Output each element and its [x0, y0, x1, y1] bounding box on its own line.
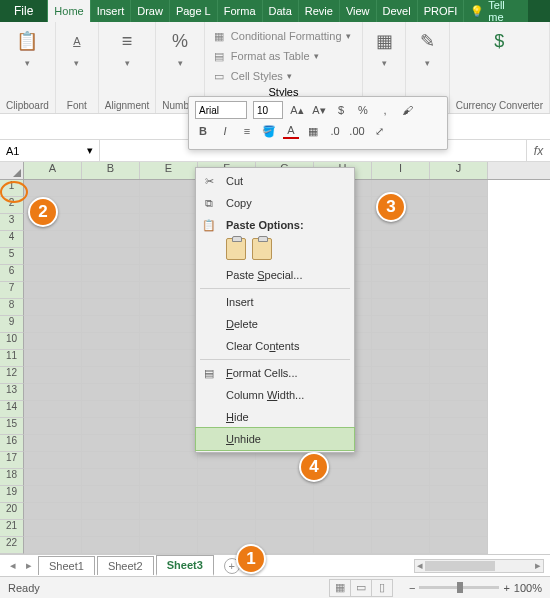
- cell[interactable]: [372, 503, 430, 520]
- cell[interactable]: [430, 418, 488, 435]
- cell[interactable]: [430, 282, 488, 299]
- ctx-hide[interactable]: Hide: [196, 406, 354, 428]
- cell[interactable]: [430, 520, 488, 537]
- cell[interactable]: [140, 214, 198, 231]
- paste-values-icon[interactable]: [252, 238, 272, 260]
- cell[interactable]: [140, 418, 198, 435]
- cell[interactable]: [82, 265, 140, 282]
- row-header[interactable]: 5: [0, 248, 24, 265]
- cell[interactable]: [372, 248, 430, 265]
- cell[interactable]: [372, 316, 430, 333]
- bold-icon[interactable]: B: [195, 123, 211, 139]
- col-header[interactable]: J: [430, 162, 488, 179]
- cell[interactable]: [140, 265, 198, 282]
- cell[interactable]: [140, 299, 198, 316]
- cell[interactable]: [256, 520, 314, 537]
- group-alignment[interactable]: ≡ ▾ Alignment: [99, 22, 156, 113]
- cell[interactable]: [430, 299, 488, 316]
- page-break-view-icon[interactable]: ▯: [371, 579, 393, 597]
- sheet-tab-2[interactable]: Sheet2: [97, 556, 154, 575]
- col-header[interactable]: E: [140, 162, 198, 179]
- cell-styles[interactable]: ▭ Cell Styles▾: [211, 66, 356, 86]
- row-header[interactable]: 21: [0, 520, 24, 537]
- cell[interactable]: [82, 503, 140, 520]
- cell[interactable]: [140, 367, 198, 384]
- cell[interactable]: [430, 401, 488, 418]
- cell[interactable]: [430, 537, 488, 554]
- row-header[interactable]: 9: [0, 316, 24, 333]
- row-header[interactable]: 10: [0, 333, 24, 350]
- cell[interactable]: [372, 537, 430, 554]
- cell[interactable]: [82, 316, 140, 333]
- scroll-left-icon[interactable]: ◂: [417, 559, 423, 572]
- tab-home[interactable]: Home: [48, 0, 90, 22]
- row-header[interactable]: 13: [0, 384, 24, 401]
- horizontal-scrollbar[interactable]: ◂▸: [414, 559, 544, 573]
- row-header[interactable]: 20: [0, 503, 24, 520]
- cell[interactable]: [24, 231, 82, 248]
- cell[interactable]: [430, 180, 488, 197]
- cell[interactable]: [256, 503, 314, 520]
- row-header[interactable]: 17: [0, 452, 24, 469]
- cell[interactable]: [82, 350, 140, 367]
- cell[interactable]: [430, 452, 488, 469]
- col-header[interactable]: I: [372, 162, 430, 179]
- cell[interactable]: [82, 486, 140, 503]
- cell[interactable]: [82, 520, 140, 537]
- cell[interactable]: [140, 384, 198, 401]
- page-layout-view-icon[interactable]: ▭: [350, 579, 372, 597]
- cell[interactable]: [82, 367, 140, 384]
- cell[interactable]: [372, 520, 430, 537]
- comma-icon[interactable]: ,: [377, 102, 393, 118]
- row-header[interactable]: 22: [0, 537, 24, 554]
- cell[interactable]: [430, 316, 488, 333]
- ctx-clear-contents[interactable]: Clear Contents: [196, 335, 354, 357]
- cell[interactable]: [24, 367, 82, 384]
- cell[interactable]: [140, 469, 198, 486]
- cell[interactable]: [430, 384, 488, 401]
- cell[interactable]: [24, 282, 82, 299]
- cell[interactable]: [140, 537, 198, 554]
- increase-font-icon[interactable]: A▴: [289, 102, 305, 118]
- sheet-nav-prev[interactable]: ◂: [6, 559, 20, 572]
- cell[interactable]: [256, 486, 314, 503]
- currency-icon[interactable]: $: [333, 102, 349, 118]
- conditional-formatting[interactable]: ▦ Conditional Formatting▾: [211, 26, 356, 46]
- row-header[interactable]: 18: [0, 469, 24, 486]
- row-header[interactable]: 16: [0, 435, 24, 452]
- cell[interactable]: [24, 503, 82, 520]
- cell[interactable]: [430, 486, 488, 503]
- cell[interactable]: [430, 435, 488, 452]
- align-icon[interactable]: ≡: [239, 123, 255, 139]
- cell[interactable]: [372, 299, 430, 316]
- cell[interactable]: [24, 350, 82, 367]
- cell[interactable]: [430, 503, 488, 520]
- cell[interactable]: [82, 282, 140, 299]
- cell[interactable]: [140, 282, 198, 299]
- increase-decimal-icon[interactable]: .00: [349, 123, 365, 139]
- cell[interactable]: [24, 452, 82, 469]
- cell[interactable]: [372, 486, 430, 503]
- cell[interactable]: [82, 180, 140, 197]
- cell[interactable]: [140, 435, 198, 452]
- cell[interactable]: [372, 333, 430, 350]
- cell[interactable]: [24, 401, 82, 418]
- cell[interactable]: [24, 316, 82, 333]
- sheet-tab-1[interactable]: Sheet1: [38, 556, 95, 575]
- row-header[interactable]: 7: [0, 282, 24, 299]
- cell[interactable]: [430, 248, 488, 265]
- scroll-right-icon[interactable]: ▸: [535, 559, 541, 572]
- cell[interactable]: [256, 537, 314, 554]
- fill-color-icon[interactable]: 🪣: [261, 123, 277, 139]
- cell[interactable]: [82, 299, 140, 316]
- tab-page-layout[interactable]: Page L: [170, 0, 218, 22]
- format-as-table[interactable]: ▤ Format as Table▾: [211, 46, 356, 66]
- row-header[interactable]: 6: [0, 265, 24, 282]
- zoom-out-icon[interactable]: −: [409, 582, 415, 594]
- scrollbar-thumb[interactable]: [425, 561, 495, 571]
- row-header[interactable]: 3: [0, 214, 24, 231]
- cell[interactable]: [140, 520, 198, 537]
- row-header[interactable]: 11: [0, 350, 24, 367]
- ctx-column-width[interactable]: Column Width...: [196, 384, 354, 406]
- cell[interactable]: [24, 520, 82, 537]
